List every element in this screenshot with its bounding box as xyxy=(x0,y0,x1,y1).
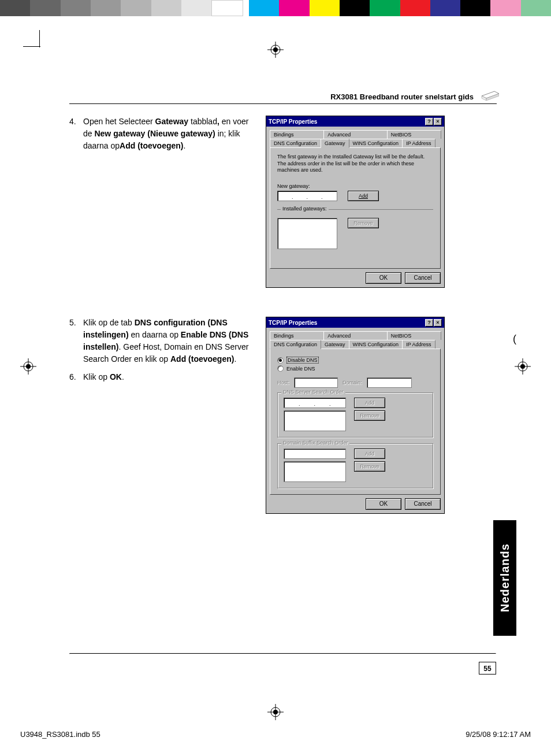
tab-netbios[interactable]: NetBIOS xyxy=(387,331,441,340)
ok-button[interactable]: OK xyxy=(366,498,401,510)
tab-bindings[interactable]: Bindings xyxy=(270,331,324,340)
page-header-title: RX3081 Breedband router snelstart gids xyxy=(69,92,497,101)
dialog-title: TCP/IP Properties xyxy=(269,118,317,125)
stray-parenthesis: ( xyxy=(513,333,516,345)
tab-wins-configuration[interactable]: WINS Configuration xyxy=(349,340,403,349)
tab-dns-configuration[interactable]: DNS Configuration xyxy=(270,340,321,349)
tab-netbios[interactable]: NetBIOS xyxy=(387,130,441,139)
disable-dns-radio[interactable]: Disable DNS xyxy=(277,357,433,364)
close-button[interactable]: × xyxy=(434,319,442,327)
crop-mark xyxy=(23,46,40,47)
instruction-step-4: 4.Open het Selecteer Gateway tabblad, en… xyxy=(69,116,254,288)
crop-mark xyxy=(39,30,40,47)
print-footer-timestamp: 9/25/08 9:12:17 AM xyxy=(466,730,531,739)
domain-suffix-input[interactable] xyxy=(284,449,346,459)
tab-bindings[interactable]: Bindings xyxy=(270,130,324,139)
gateway-description: The first gateway in the Installed Gatew… xyxy=(277,154,433,174)
tab-advanced[interactable]: Advanced xyxy=(323,130,387,139)
tab-advanced[interactable]: Advanced xyxy=(323,331,387,340)
instruction-step-6: 6.Klik op OK. xyxy=(69,371,254,383)
add-dns-button[interactable]: Add xyxy=(354,398,385,408)
dns-search-order-label: DNS Server Search Order xyxy=(281,389,345,395)
installed-gateways-label: Installed gateways: xyxy=(281,206,329,212)
dialog-titlebar: TCP/IP Properties ? × xyxy=(266,317,444,328)
registration-mark-icon xyxy=(267,42,284,58)
tab-ip-address[interactable]: IP Address xyxy=(402,340,435,349)
domain-suffix-list[interactable] xyxy=(284,461,346,482)
domain-input[interactable] xyxy=(367,377,412,388)
remove-suffix-button[interactable]: Remove xyxy=(354,461,385,472)
registration-mark-icon xyxy=(20,358,36,375)
instruction-step-5: 5.Klik op de tab DNS configuration (DNS … xyxy=(69,317,254,365)
enable-dns-radio[interactable]: Enable DNS xyxy=(277,365,433,372)
header-rule xyxy=(69,103,497,104)
domain-label: Domain: xyxy=(342,380,362,386)
tab-gateway[interactable]: Gateway xyxy=(321,139,349,148)
new-gateway-label: New gateway: xyxy=(277,183,433,189)
footer-rule xyxy=(69,653,496,654)
host-input[interactable] xyxy=(294,377,338,388)
cancel-button[interactable]: Cancel xyxy=(405,272,441,284)
registration-mark-icon xyxy=(267,704,284,720)
host-label: Host: xyxy=(277,380,289,386)
dialog-title: TCP/IP Properties xyxy=(269,320,317,326)
add-gateway-button[interactable]: Add xyxy=(348,191,379,201)
tab-gateway[interactable]: Gateway xyxy=(321,340,349,349)
printer-color-bar xyxy=(0,0,551,16)
tcpip-properties-dialog-gateway: TCP/IP Properties ? × Bindings Advanced … xyxy=(266,116,445,288)
domain-suffix-label: Domain Suffix Search Order xyxy=(281,440,349,446)
add-suffix-button[interactable]: Add xyxy=(354,449,385,459)
tcpip-properties-dialog-dns: TCP/IP Properties ? × Bindings Advanced … xyxy=(266,317,445,514)
help-button[interactable]: ? xyxy=(425,118,433,125)
tab-dns-configuration[interactable]: DNS Configuration xyxy=(270,139,321,147)
new-gateway-input[interactable] xyxy=(277,191,337,201)
dns-server-input[interactable] xyxy=(284,398,346,408)
remove-dns-button[interactable]: Remove xyxy=(354,410,385,421)
tab-wins-configuration[interactable]: WINS Configuration xyxy=(349,139,403,147)
page-number: 55 xyxy=(479,662,496,675)
remove-gateway-button[interactable]: Remove xyxy=(348,218,379,228)
dns-server-list[interactable] xyxy=(284,410,346,431)
installed-gateways-list[interactable] xyxy=(277,218,337,249)
registration-mark-icon xyxy=(515,358,531,375)
close-button[interactable]: × xyxy=(434,118,442,125)
cancel-button[interactable]: Cancel xyxy=(405,498,441,510)
help-button[interactable]: ? xyxy=(425,319,433,327)
language-tab: Nederlands xyxy=(493,520,516,636)
print-footer-file: U3948_RS3081.indb 55 xyxy=(20,730,100,739)
dialog-titlebar: TCP/IP Properties ? × xyxy=(266,116,444,127)
tab-ip-address[interactable]: IP Address xyxy=(402,139,435,147)
ok-button[interactable]: OK xyxy=(366,272,401,284)
print-footer: U3948_RS3081.indb 55 9/25/08 9:12:17 AM xyxy=(20,730,531,739)
